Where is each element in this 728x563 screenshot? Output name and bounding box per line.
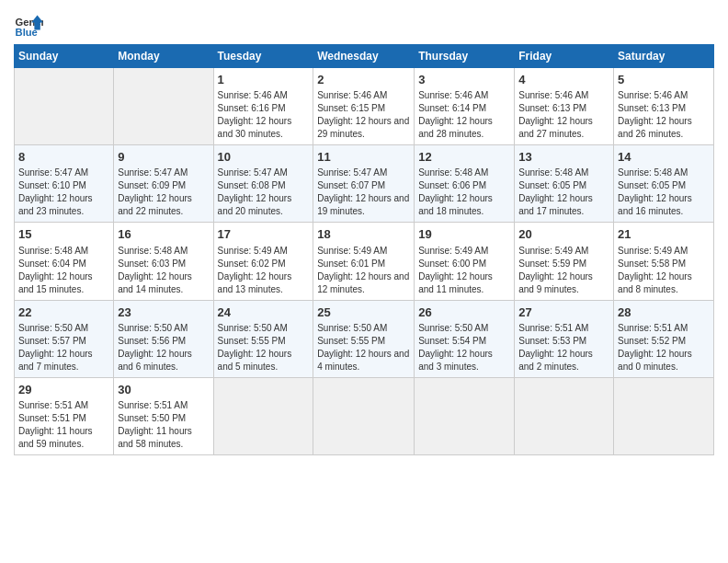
cell-info: Sunrise: 5:49 AM: [618, 245, 710, 258]
calendar-cell: 20Sunrise: 5:49 AMSunset: 5:59 PMDayligh…: [515, 223, 614, 300]
cell-info: Daylight: 12 hours and 23 minutes.: [18, 192, 109, 218]
page-container: General Blue SundayMondayTuesdayWednesda…: [0, 0, 728, 465]
cell-info: Sunset: 6:04 PM: [18, 258, 109, 270]
calendar-cell: 23Sunrise: 5:50 AMSunset: 5:56 PMDayligh…: [114, 300, 213, 377]
calendar-week-row: 15Sunrise: 5:48 AMSunset: 6:04 PMDayligh…: [15, 223, 714, 300]
day-number: 25: [317, 304, 410, 321]
cell-info: Daylight: 12 hours and 18 minutes.: [418, 192, 510, 218]
cell-info: Sunset: 5:51 PM: [18, 412, 109, 425]
cell-info: Daylight: 12 hours and 22 minutes.: [118, 192, 209, 218]
calendar-cell: 24Sunrise: 5:50 AMSunset: 5:55 PMDayligh…: [213, 300, 313, 377]
cell-info: Daylight: 12 hours and 6 minutes.: [118, 348, 209, 373]
day-number: 29: [18, 382, 109, 398]
day-number: 9: [118, 149, 209, 166]
day-number: 28: [618, 304, 710, 321]
calendar-cell: [614, 377, 714, 454]
cell-info: Sunset: 5:54 PM: [418, 335, 510, 348]
cell-info: Daylight: 12 hours and 28 minutes.: [418, 115, 510, 141]
day-number: 3: [418, 72, 510, 88]
cell-info: Sunset: 6:09 PM: [118, 179, 209, 192]
cell-info: Daylight: 12 hours and 14 minutes.: [118, 270, 209, 296]
cell-info: Sunset: 5:59 PM: [518, 258, 609, 270]
calendar-cell: 25Sunrise: 5:50 AMSunset: 5:55 PMDayligh…: [313, 300, 415, 377]
cell-info: Sunrise: 5:48 AM: [118, 245, 209, 258]
day-number: 26: [418, 304, 510, 321]
cell-info: Daylight: 12 hours and 20 minutes.: [218, 192, 310, 218]
day-number: 18: [317, 226, 410, 243]
cell-info: Sunrise: 5:50 AM: [218, 322, 310, 335]
cell-info: Sunset: 6:06 PM: [418, 179, 510, 192]
column-header-thursday: Thursday: [415, 45, 515, 68]
calendar-cell: 4Sunrise: 5:46 AMSunset: 6:13 PMDaylight…: [515, 68, 614, 145]
cell-info: Sunset: 5:57 PM: [18, 335, 109, 348]
cell-info: Sunset: 5:52 PM: [618, 335, 710, 348]
calendar-cell: 22Sunrise: 5:50 AMSunset: 5:57 PMDayligh…: [15, 300, 114, 377]
logo: General Blue: [14, 9, 43, 39]
calendar-week-row: 22Sunrise: 5:50 AMSunset: 5:57 PMDayligh…: [15, 300, 714, 377]
cell-info: Daylight: 11 hours and 59 minutes.: [18, 425, 109, 451]
column-header-tuesday: Tuesday: [213, 45, 313, 68]
calendar-cell: 5Sunrise: 5:46 AMSunset: 6:13 PMDaylight…: [614, 68, 714, 145]
cell-info: Daylight: 12 hours and 12 minutes.: [317, 270, 410, 296]
cell-info: Sunrise: 5:47 AM: [118, 167, 209, 179]
calendar-cell: 30Sunrise: 5:51 AMSunset: 5:50 PMDayligh…: [114, 377, 213, 454]
cell-info: Sunset: 6:15 PM: [317, 102, 410, 115]
cell-info: Sunrise: 5:51 AM: [518, 322, 609, 335]
calendar-cell: 2Sunrise: 5:46 AMSunset: 6:15 PMDaylight…: [313, 68, 415, 145]
cell-info: Sunrise: 5:48 AM: [618, 167, 710, 179]
calendar-cell: 14Sunrise: 5:48 AMSunset: 6:05 PMDayligh…: [614, 145, 714, 223]
cell-info: Daylight: 12 hours and 15 minutes.: [18, 270, 109, 296]
cell-info: Sunrise: 5:47 AM: [18, 167, 109, 179]
cell-info: Sunset: 6:05 PM: [618, 179, 710, 192]
cell-info: Sunrise: 5:48 AM: [518, 167, 609, 179]
cell-info: Daylight: 12 hours and 8 minutes.: [618, 270, 710, 296]
cell-info: Sunrise: 5:49 AM: [518, 245, 609, 258]
day-number: 5: [618, 72, 710, 88]
calendar-week-row: 8Sunrise: 5:47 AMSunset: 6:10 PMDaylight…: [15, 145, 714, 223]
svg-text:Blue: Blue: [16, 27, 38, 38]
day-number: 1: [218, 72, 310, 88]
cell-info: Daylight: 12 hours and 3 minutes.: [418, 348, 510, 373]
calendar-cell: [415, 377, 515, 454]
cell-info: Sunrise: 5:50 AM: [118, 322, 209, 335]
cell-info: Sunset: 6:13 PM: [618, 102, 710, 115]
cell-info: Daylight: 12 hours and 30 minutes.: [218, 115, 310, 141]
calendar-cell: [515, 377, 614, 454]
calendar-cell: 18Sunrise: 5:49 AMSunset: 6:01 PMDayligh…: [313, 223, 415, 300]
cell-info: Sunset: 5:50 PM: [118, 412, 209, 425]
cell-info: Sunrise: 5:49 AM: [218, 245, 310, 258]
day-number: 15: [18, 226, 109, 243]
day-number: 12: [418, 149, 510, 166]
cell-info: Daylight: 12 hours and 2 minutes.: [518, 348, 609, 373]
cell-info: Sunset: 6:03 PM: [118, 258, 209, 270]
cell-info: Sunset: 5:58 PM: [618, 258, 710, 270]
cell-info: Daylight: 12 hours and 17 minutes.: [518, 192, 609, 218]
cell-info: Daylight: 12 hours and 0 minutes.: [618, 348, 710, 373]
cell-info: Daylight: 12 hours and 29 minutes.: [317, 115, 410, 141]
day-number: 30: [118, 382, 209, 398]
day-number: 2: [317, 72, 410, 88]
cell-info: Sunset: 6:02 PM: [218, 258, 310, 270]
header: General Blue: [14, 9, 714, 39]
day-number: 20: [518, 226, 609, 243]
calendar-cell: 13Sunrise: 5:48 AMSunset: 6:05 PMDayligh…: [515, 145, 614, 223]
day-number: 10: [218, 149, 310, 166]
day-number: 4: [518, 72, 609, 88]
cell-info: Sunrise: 5:48 AM: [18, 245, 109, 258]
cell-info: Daylight: 12 hours and 26 minutes.: [618, 115, 710, 141]
cell-info: Daylight: 12 hours and 9 minutes.: [518, 270, 609, 296]
calendar-cell: 1Sunrise: 5:46 AMSunset: 6:16 PMDaylight…: [213, 68, 313, 145]
cell-info: Sunrise: 5:46 AM: [218, 89, 310, 102]
cell-info: Daylight: 12 hours and 19 minutes.: [317, 192, 410, 218]
cell-info: Sunrise: 5:51 AM: [618, 322, 710, 335]
cell-info: Sunset: 6:05 PM: [518, 179, 609, 192]
cell-info: Sunset: 6:16 PM: [218, 102, 310, 115]
cell-info: Daylight: 11 hours and 58 minutes.: [118, 425, 209, 451]
calendar-header-row: SundayMondayTuesdayWednesdayThursdayFrid…: [15, 45, 714, 68]
cell-info: Sunset: 5:56 PM: [118, 335, 209, 348]
day-number: 19: [418, 226, 510, 243]
cell-info: Sunrise: 5:47 AM: [317, 167, 410, 179]
day-number: 13: [518, 149, 609, 166]
calendar-cell: 27Sunrise: 5:51 AMSunset: 5:53 PMDayligh…: [515, 300, 614, 377]
cell-info: Sunrise: 5:50 AM: [317, 322, 410, 335]
